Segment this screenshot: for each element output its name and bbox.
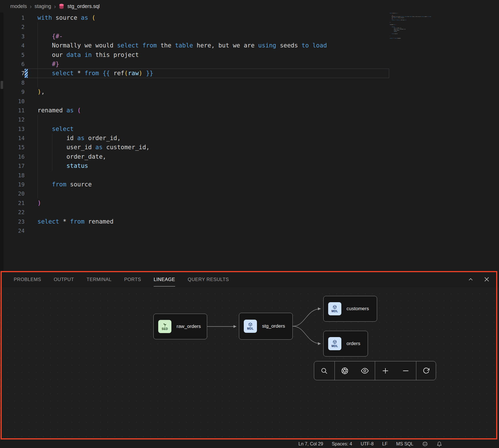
tab-lineage[interactable]: LINEAGE: [154, 272, 175, 286]
zoom-out-icon[interactable]: [399, 365, 412, 377]
line-number[interactable]: 4: [0, 41, 25, 50]
code-text: #}: [37, 59, 59, 69]
notifications-bell-icon[interactable]: [437, 441, 442, 447]
zoom-in-icon[interactable]: [379, 365, 392, 377]
tab-terminal[interactable]: TERMINAL: [87, 272, 112, 286]
language-mode[interactable]: MS SQL: [396, 441, 413, 447]
code-line[interactable]: 13 select: [0, 124, 499, 134]
indent-guide: [37, 171, 38, 180]
code-line[interactable]: 4 Normally we would select from the tabl…: [0, 41, 499, 50]
tab-ports[interactable]: PORTS: [124, 272, 141, 286]
code-line[interactable]: 16 order_date,: [0, 152, 499, 161]
breadcrumb: models › staging › stg_orders.sql: [0, 0, 499, 13]
code-line[interactable]: 11renamed as (: [0, 106, 499, 115]
eol-setting[interactable]: LF: [382, 441, 388, 447]
code-line[interactable]: 9),: [0, 87, 499, 96]
code-line[interactable]: 22: [0, 208, 499, 217]
code-line[interactable]: 18: [0, 171, 499, 180]
line-number[interactable]: 11: [0, 106, 25, 115]
line-number[interactable]: 20: [0, 189, 25, 198]
code-line[interactable]: 21): [0, 198, 499, 208]
panel-close-icon[interactable]: [484, 276, 490, 282]
code-text: user_id as customer_id,: [37, 143, 150, 152]
code-text: our data in this project: [37, 50, 139, 59]
code-line[interactable]: 17 status: [0, 161, 499, 170]
code-line[interactable]: 7 select * from {{ ref(raw) }}: [0, 69, 499, 78]
lineage-node-orders[interactable]: MDL orders: [323, 331, 368, 357]
database-file-icon: [59, 3, 64, 9]
line-number[interactable]: 9: [0, 87, 25, 96]
code-line[interactable]: 8: [0, 78, 499, 87]
code-line[interactable]: 10: [0, 97, 499, 106]
line-number[interactable]: 17: [0, 161, 25, 170]
indent-guide: [37, 124, 38, 134]
tab-query-results[interactable]: QUERY RESULTS: [188, 272, 229, 286]
refresh-icon[interactable]: [420, 365, 432, 377]
code-editor[interactable]: 1with source as (23 {#-4 Normally we wou…: [0, 13, 499, 271]
line-number[interactable]: 6: [0, 59, 25, 69]
breadcrumb-item-staging[interactable]: staging: [35, 3, 51, 9]
minimap[interactable]: with source as ( {#- Normally we would s…: [390, 13, 435, 40]
panel-tab-bar: PROBLEMS OUTPUT TERMINAL PORTS LINEAGE Q…: [0, 271, 499, 287]
lineage-node-stg-orders[interactable]: MDL stg_orders: [239, 313, 293, 340]
cursor-position[interactable]: Ln 7, Col 29: [298, 441, 323, 447]
line-number[interactable]: 1: [0, 13, 25, 22]
search-icon[interactable]: [318, 365, 330, 377]
line-number[interactable]: 14: [0, 134, 25, 143]
line-number[interactable]: 5: [0, 50, 25, 59]
code-line[interactable]: 6 #}: [0, 59, 499, 69]
panel-maximize-icon[interactable]: [468, 276, 474, 282]
indent-guide: [37, 50, 38, 59]
indentation-setting[interactable]: Spaces: 4: [332, 441, 352, 447]
indent-guide: [52, 161, 52, 170]
code-line[interactable]: 14 id as order_id,: [0, 134, 499, 143]
node-label: raw_orders: [177, 324, 201, 329]
model-icon: MDL: [328, 302, 341, 315]
line-number[interactable]: 7: [0, 69, 25, 78]
code-text: Normally we would select from the table …: [37, 41, 327, 50]
tab-problems[interactable]: PROBLEMS: [14, 272, 41, 286]
indent-guide: [37, 59, 38, 69]
breadcrumb-item-models[interactable]: models: [10, 3, 27, 9]
breadcrumb-filename[interactable]: stg_orders.sql: [67, 3, 100, 9]
indent-guide: [37, 78, 38, 87]
line-number[interactable]: 13: [0, 124, 25, 134]
copilot-icon[interactable]: [422, 441, 428, 447]
code-line[interactable]: 20: [0, 189, 499, 198]
code-line[interactable]: 15 user_id as customer_id,: [0, 143, 499, 152]
code-text: select * from {{ ref(raw) }}: [37, 69, 153, 78]
line-number[interactable]: 2: [0, 22, 25, 31]
line-number[interactable]: 8: [0, 78, 25, 87]
node-label: stg_orders: [262, 323, 285, 329]
line-decoration-marker: [25, 69, 28, 77]
line-number[interactable]: 21: [0, 198, 25, 208]
code-line[interactable]: 24: [0, 226, 499, 235]
line-number[interactable]: 23: [0, 217, 25, 226]
code-line[interactable]: 23select * from renamed: [0, 217, 499, 226]
line-number[interactable]: 16: [0, 152, 25, 161]
line-number[interactable]: 12: [0, 115, 25, 124]
lineage-node-customers[interactable]: MDL customers: [323, 296, 377, 322]
eye-icon[interactable]: [359, 365, 371, 377]
line-number[interactable]: 18: [0, 171, 25, 180]
lineage-canvas[interactable]: SED raw_orders MDL stg_orders: [0, 287, 499, 440]
encoding[interactable]: UTF-8: [361, 441, 374, 447]
indent-guide: [52, 134, 52, 143]
line-number[interactable]: 15: [0, 143, 25, 152]
lineage-node-raw-orders[interactable]: SED raw_orders: [153, 314, 207, 339]
code-line[interactable]: 5 our data in this project: [0, 50, 499, 59]
indent-guide: [52, 143, 52, 152]
node-badge: SED: [162, 327, 168, 330]
lineage-toolbar: [314, 361, 436, 380]
line-number[interactable]: 3: [0, 32, 25, 41]
code-text: with source as (: [37, 13, 95, 22]
code-line[interactable]: 12: [0, 115, 499, 124]
code-line[interactable]: 19 from source: [0, 180, 499, 189]
tab-output[interactable]: OUTPUT: [54, 272, 74, 286]
line-number[interactable]: 22: [0, 208, 25, 217]
line-number[interactable]: 24: [0, 226, 25, 235]
aperture-icon[interactable]: [338, 365, 351, 377]
model-icon: MDL: [328, 337, 341, 350]
line-number[interactable]: 10: [0, 97, 25, 106]
line-number[interactable]: 19: [0, 180, 25, 189]
